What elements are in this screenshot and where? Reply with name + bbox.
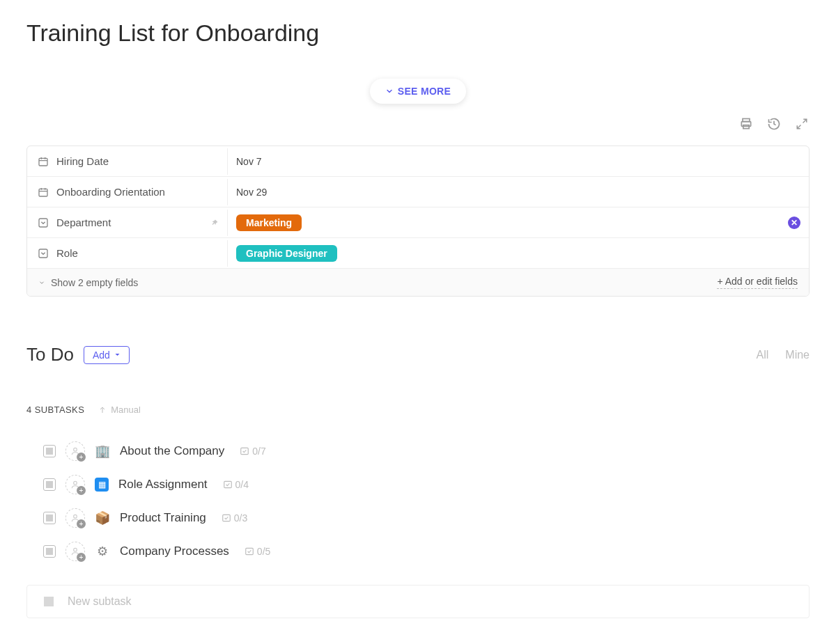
sort-manual-button[interactable]: Manual [98, 405, 141, 415]
svg-rect-14 [39, 249, 47, 258]
section-title: To Do [26, 344, 74, 366]
subtask-checkbox[interactable] [43, 545, 56, 558]
add-button[interactable]: Add [84, 346, 130, 364]
add-button-label: Add [93, 350, 110, 361]
subtask-checkbox[interactable] [43, 445, 56, 457]
field-row-onboarding-orientation[interactable]: Onboarding Orientation Nov 29 [27, 177, 809, 207]
progress-text: 0/3 [234, 512, 247, 524]
subtask-row[interactable]: + ▦ Role Assignment 0/4 [26, 468, 810, 501]
subtask-progress: 0/3 [222, 512, 247, 524]
calendar-icon [37, 155, 49, 168]
field-value[interactable]: Nov 7 [228, 150, 809, 173]
subtask-checkbox[interactable] [43, 512, 56, 524]
svg-rect-13 [39, 219, 47, 227]
field-row-hiring-date[interactable]: Hiring Date Nov 7 [27, 146, 809, 177]
subtask-progress: 0/7 [240, 446, 265, 457]
dropdown-icon [37, 247, 49, 260]
show-empty-fields-button[interactable]: Show 2 empty fields [38, 277, 138, 288]
plus-icon: + [77, 486, 86, 495]
subtask-title: Company Processes [120, 544, 229, 558]
grid-icon: ▦ [95, 478, 109, 492]
gear-icon: ⚙ [95, 544, 110, 559]
field-row-role[interactable]: Role Graphic Designer [27, 238, 809, 269]
caret-down-icon [38, 279, 45, 286]
new-subtask-input[interactable]: New subtask [26, 585, 810, 618]
see-more-container: SEE MORE [26, 79, 810, 104]
arrow-up-icon [98, 406, 107, 414]
subtask-title: Product Training [120, 511, 206, 525]
checklist-icon [245, 547, 254, 556]
see-more-label: SEE MORE [398, 86, 451, 97]
field-value[interactable]: Nov 29 [228, 181, 809, 203]
assignee-add-button[interactable]: + [65, 542, 85, 561]
print-icon[interactable] [738, 116, 754, 132]
section-header: To Do Add All Mine [26, 344, 810, 366]
progress-text: 0/5 [257, 546, 270, 557]
show-empty-label: Show 2 empty fields [51, 277, 138, 288]
subtask-title: Role Assignment [118, 478, 208, 492]
field-value[interactable]: Marketing ✕ [228, 209, 809, 237]
field-label-text: Department [56, 217, 111, 228]
role-tag[interactable]: Graphic Designer [236, 245, 337, 262]
fields-table: Hiring Date Nov 7 Onboarding Orientation… [26, 146, 810, 297]
checklist-icon [222, 513, 231, 523]
view-filters: All Mine [757, 349, 810, 361]
filter-all[interactable]: All [757, 349, 769, 361]
svg-line-3 [803, 119, 807, 123]
field-label-text: Hiring Date [56, 155, 109, 167]
svg-rect-21 [223, 515, 231, 521]
pin-icon[interactable] [210, 219, 219, 227]
dropdown-icon [37, 217, 49, 229]
assignee-add-button[interactable]: + [65, 475, 85, 494]
field-label: Onboarding Orientation [27, 179, 228, 205]
subtasks-header: 4 SUBTASKS Manual [26, 405, 810, 415]
field-row-department[interactable]: Department Marketing ✕ [27, 207, 809, 238]
field-label-text: Onboarding Orientation [56, 186, 165, 198]
chevron-down-icon [385, 87, 394, 95]
subtask-checkbox[interactable] [43, 478, 56, 491]
subtask-row[interactable]: + 📦 Product Training 0/3 [26, 501, 810, 535]
subtask-list: + 🏢 About the Company 0/7 + ▦ Role Assig… [26, 434, 810, 568]
expand-icon[interactable] [794, 116, 810, 132]
subtasks-count: 4 SUBTASKS [26, 405, 84, 415]
checklist-icon [240, 446, 249, 456]
svg-rect-19 [224, 481, 231, 487]
progress-text: 0/4 [235, 479, 249, 490]
department-tag[interactable]: Marketing [236, 214, 302, 231]
field-value-text: Nov 29 [236, 187, 267, 198]
field-label: Hiring Date [27, 148, 228, 175]
field-value-text: Nov 7 [236, 156, 262, 167]
see-more-button[interactable]: SEE MORE [370, 79, 466, 104]
plus-icon: + [77, 453, 86, 462]
svg-rect-2 [743, 125, 749, 129]
assignee-add-button[interactable]: + [65, 508, 85, 528]
toolbar-right [26, 112, 810, 146]
svg-line-4 [797, 125, 800, 129]
fields-footer: Show 2 empty fields + Add or edit fields [27, 269, 809, 296]
svg-rect-5 [39, 158, 47, 166]
field-value[interactable]: Graphic Designer [228, 239, 809, 267]
add-edit-fields-button[interactable]: + Add or edit fields [717, 276, 798, 289]
checklist-icon [223, 480, 233, 489]
assignee-add-button[interactable]: + [65, 441, 85, 461]
subtask-row[interactable]: + 🏢 About the Company 0/7 [26, 434, 810, 468]
history-icon[interactable] [766, 116, 782, 132]
plus-icon: + [77, 553, 86, 562]
svg-rect-23 [246, 548, 254, 554]
svg-point-22 [74, 548, 77, 551]
subtask-row[interactable]: + ⚙ Company Processes 0/5 [26, 535, 810, 568]
remove-tag-icon[interactable]: ✕ [788, 217, 800, 229]
plus-icon: + [77, 519, 86, 528]
svg-point-18 [74, 481, 77, 485]
sort-label: Manual [111, 405, 141, 415]
subtask-title: About the Company [120, 444, 224, 458]
new-subtask-checkbox-icon [44, 597, 54, 606]
filter-mine[interactable]: Mine [785, 349, 810, 361]
svg-point-20 [74, 515, 77, 518]
field-label: Department [27, 210, 228, 236]
building-icon: 🏢 [95, 443, 110, 459]
page-title: Training List for Onboarding [26, 19, 810, 47]
package-icon: 📦 [95, 510, 110, 526]
svg-rect-9 [39, 189, 47, 196]
subtask-progress: 0/5 [245, 546, 270, 557]
